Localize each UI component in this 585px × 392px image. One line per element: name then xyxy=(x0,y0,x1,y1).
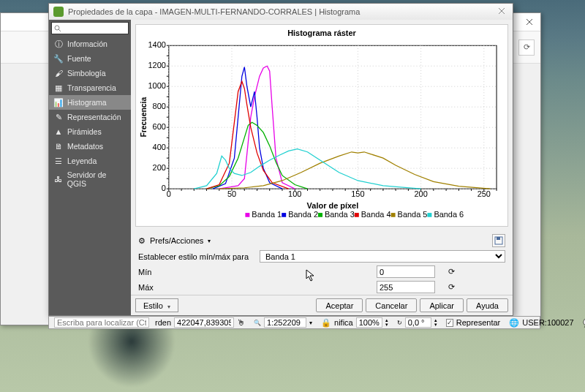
main-close-button[interactable] xyxy=(523,15,536,29)
toolbar-refresh-button[interactable]: ⟳ xyxy=(518,39,535,56)
main-panel: Histograma ráster02004006008001000120014… xyxy=(131,20,513,315)
messages-icon[interactable]: 💬 xyxy=(583,318,585,328)
svg-text:1400: 1400 xyxy=(148,40,165,49)
sidebar-item-leyenda[interactable]: ☰Leyenda xyxy=(49,154,131,168)
status-bar: rden 🖰 🔍 ▾ 🔒 nifica ▴▾ ↻ ▴▾ Representar … xyxy=(48,316,540,329)
sidebar-item-label: Metadatos xyxy=(67,142,103,151)
svg-rect-88 xyxy=(391,213,396,217)
svg-text:400: 400 xyxy=(153,143,166,151)
prefs-actions-dropdown[interactable]: Prefs/Acciones xyxy=(150,236,203,245)
svg-text:Frecuencia: Frecuencia xyxy=(139,97,148,137)
sidebar-search[interactable] xyxy=(51,22,129,34)
qgis-icon xyxy=(53,7,64,17)
info-icon: ⓘ xyxy=(53,39,64,49)
dialog-close-button[interactable] xyxy=(495,7,508,16)
min-input[interactable] xyxy=(377,265,435,278)
svg-rect-86 xyxy=(355,213,359,217)
render-checkbox[interactable] xyxy=(446,319,453,327)
svg-text:0: 0 xyxy=(167,190,171,199)
layer-properties-dialog: Propiedades de la capa - IMAGEN-MULTI-FE… xyxy=(48,3,513,316)
svg-text:0: 0 xyxy=(162,184,166,192)
max-label: Máx xyxy=(138,283,255,292)
brush-icon: 🖌 xyxy=(53,68,64,78)
sidebar-item-simbologa[interactable]: 🖌Simbología xyxy=(49,66,131,80)
close-icon xyxy=(526,18,533,26)
min-refresh-button[interactable]: ⟳ xyxy=(445,266,457,278)
svg-text:Banda 5: Banda 5 xyxy=(398,210,428,219)
render-label: Representar xyxy=(456,318,501,327)
sidebar-item-transparencia[interactable]: ▦Transparencia xyxy=(49,80,131,95)
rotation-icon: ↻ xyxy=(397,320,402,326)
chevron-down-icon: ▾ xyxy=(208,238,211,244)
scale-icon: 🔍 xyxy=(254,320,261,326)
minmax-style-label: Establecer estilo mín/máx para xyxy=(138,252,255,261)
band-select[interactable]: Banda 1 xyxy=(260,250,505,263)
gear-icon: ⚙ xyxy=(138,236,146,246)
svg-text:Banda 6: Banda 6 xyxy=(434,210,464,219)
checker-icon: ▦ xyxy=(53,83,64,93)
svg-text:150: 150 xyxy=(351,190,364,199)
histogram-chart: Histograma ráster02004006008001000120014… xyxy=(135,24,508,227)
cancel-button[interactable]: Cancelar xyxy=(366,298,417,312)
magnifier-label: nifica xyxy=(334,318,353,327)
locator-input[interactable] xyxy=(54,317,149,328)
coord-label: rden xyxy=(155,318,171,327)
sidebar-item-label: Fuente xyxy=(67,54,91,63)
min-label: Mín xyxy=(138,268,255,276)
max-input[interactable] xyxy=(377,281,435,293)
svg-text:250: 250 xyxy=(478,190,491,199)
svg-text:Valor de píxel: Valor de píxel xyxy=(307,201,359,210)
svg-text:800: 800 xyxy=(153,102,166,110)
save-chart-button[interactable] xyxy=(492,234,505,247)
svg-rect-82 xyxy=(282,213,286,217)
coord-input[interactable] xyxy=(174,317,234,328)
pencil-icon: ✎ xyxy=(53,112,64,122)
sidebar-item-label: Histograma xyxy=(67,98,107,107)
svg-text:1200: 1200 xyxy=(148,61,165,69)
sidebar: ⓘInformación🔧Fuente🖌Simbología▦Transpare… xyxy=(49,20,131,315)
style-menu-button[interactable]: Estilo xyxy=(135,298,178,312)
svg-rect-7 xyxy=(169,45,497,189)
lock-icon[interactable]: 🔒 xyxy=(321,318,331,328)
refresh-icon: ⟳ xyxy=(448,282,455,292)
rotation-input[interactable] xyxy=(405,317,431,328)
refresh-icon: ⟳ xyxy=(448,267,455,276)
svg-text:50: 50 xyxy=(227,190,236,199)
apply-button[interactable]: Aplicar xyxy=(420,298,464,312)
dialog-title: Propiedades de la capa - IMAGEN-MULTI-FE… xyxy=(68,7,360,16)
sidebar-item-label: Información xyxy=(67,39,107,48)
legend-icon: ☰ xyxy=(53,156,64,166)
scale-input[interactable] xyxy=(264,317,306,328)
sidebar-item-fuente[interactable]: 🔧Fuente xyxy=(49,51,131,66)
sidebar-item-servidordeqgis[interactable]: 🖧Servidor de QGIS xyxy=(49,168,131,190)
chevron-down-icon[interactable]: ▾ xyxy=(309,320,312,326)
crs-icon[interactable]: 🌐 xyxy=(509,318,519,328)
sidebar-item-informacin[interactable]: ⓘInformación xyxy=(49,37,131,51)
user-label: USER:100027 xyxy=(522,318,573,327)
svg-rect-93 xyxy=(497,237,500,240)
sidebar-item-representacin[interactable]: ✎Representación xyxy=(49,110,131,124)
svg-text:600: 600 xyxy=(153,122,166,131)
magnifier-input[interactable] xyxy=(356,317,382,328)
histogram-icon: 📊 xyxy=(53,97,64,108)
max-refresh-button[interactable]: ⟳ xyxy=(445,282,457,293)
dialog-titlebar[interactable]: Propiedades de la capa - IMAGEN-MULTI-FE… xyxy=(49,4,513,20)
help-button[interactable]: Ayuda xyxy=(467,298,508,312)
sidebar-item-label: Servidor de QGIS xyxy=(67,170,127,188)
spinner-buttons[interactable]: ▴▾ xyxy=(385,318,388,327)
sidebar-item-metadatos[interactable]: 🗎Metadatos xyxy=(49,139,131,154)
accept-button[interactable]: Aceptar xyxy=(316,298,363,312)
sidebar-item-label: Transparencia xyxy=(67,83,116,92)
sidebar-item-histograma[interactable]: 📊Histograma xyxy=(49,95,131,110)
svg-line-5 xyxy=(58,29,61,31)
spinner-buttons[interactable]: ▴▾ xyxy=(434,318,437,327)
svg-rect-90 xyxy=(427,213,431,217)
server-icon: 🖧 xyxy=(53,174,64,184)
svg-text:1000: 1000 xyxy=(148,81,165,90)
svg-rect-84 xyxy=(318,213,322,217)
svg-text:Banda 2: Banda 2 xyxy=(288,210,318,219)
svg-text:Histograma ráster: Histograma ráster xyxy=(287,29,356,37)
sidebar-item-label: Simbología xyxy=(67,69,106,78)
sidebar-item-pirmides[interactable]: ▲Pirámides xyxy=(49,124,131,139)
coord-toggle-icon[interactable]: 🖰 xyxy=(237,318,245,327)
